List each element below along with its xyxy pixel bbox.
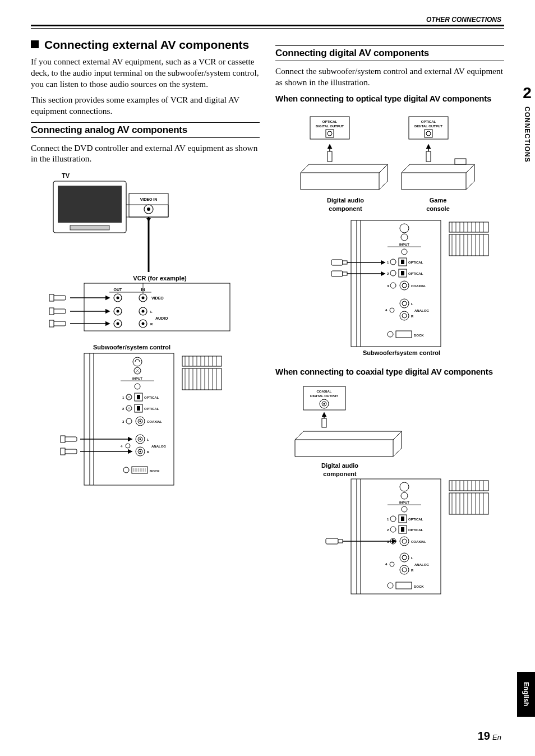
svg-point-98 [123,467,129,473]
svg-rect-95 [61,448,65,455]
svg-point-183 [402,314,407,318]
svg-rect-92 [64,437,77,441]
label-vcr: VCR (for example) [133,275,187,282]
page-number: 19 En [478,730,501,743]
svg-point-253 [390,562,394,566]
heading-main: Connecting external AV components [44,38,249,52]
label-subwoofer: Subwoofer/system control [363,349,440,356]
svg-text:OPTICAL: OPTICAL [408,272,423,275]
rule-heavy [31,25,504,26]
svg-text:Digital audio: Digital audio [321,462,358,469]
svg-point-180 [402,301,407,306]
svg-text:OPTICAL: OPTICAL [408,518,423,521]
svg-text:L: L [147,438,149,441]
svg-rect-26 [53,321,66,326]
svg-rect-245 [401,527,404,532]
svg-rect-24 [53,309,66,314]
svg-rect-119 [328,151,332,162]
svg-rect-27 [49,320,54,327]
svg-text:INPUT: INPUT [399,243,409,246]
svg-point-55 [133,357,142,366]
svg-rect-2 [70,225,109,230]
svg-rect-125 [455,159,466,164]
svg-point-238 [390,516,396,522]
svg-text:DIGITAL OUTPUT: DIGITAL OUTPUT [316,125,344,128]
svg-text:COAXIAL: COAXIAL [317,390,332,393]
label-l: L [150,310,153,314]
svg-point-255 [402,555,407,560]
svg-marker-7 [146,218,151,222]
svg-rect-45 [182,368,222,390]
svg-point-250 [402,539,407,543]
svg-rect-187 [396,331,412,338]
svg-text:COAXIAL: COAXIAL [411,540,426,543]
svg-rect-165 [401,260,404,264]
svg-text:OPTICAL: OPTICAL [421,120,436,123]
svg-point-261 [388,583,393,588]
label-out: OUT [114,288,123,292]
svg-point-19 [117,322,119,325]
right-column: Connecting digital AV components Connect… [275,34,504,606]
svg-rect-93 [61,436,65,442]
svg-point-21 [142,322,145,325]
heading-sub2: When connecting to coaxial type digital … [275,367,504,377]
svg-text:component: component [323,471,357,477]
svg-point-89 [140,451,141,453]
svg-rect-94 [64,449,77,454]
svg-point-258 [402,568,407,572]
svg-text:ANALOG: ANALOG [414,563,429,566]
svg-point-173 [390,283,396,288]
svg-rect-189 [331,260,343,265]
svg-point-85 [140,439,141,440]
svg-point-175 [402,283,407,288]
svg-point-117 [328,131,332,136]
svg-text:INPUT: INPUT [399,501,409,504]
svg-point-236 [402,506,407,512]
svg-text:R: R [411,569,414,572]
svg-text:L: L [411,302,413,306]
svg-text:ANALOG: ANALOG [414,309,429,312]
svg-point-178 [390,308,394,312]
label-video-in: VIDEO IN [140,197,158,201]
svg-rect-147 [449,234,488,256]
svg-marker-109 [301,164,388,190]
running-header: OTHER CONNECTIONS [426,16,501,24]
svg-marker-121 [402,164,474,190]
svg-text:ANALOG: ANALOG [151,445,166,448]
svg-point-76 [126,418,132,424]
svg-text:DIGITAL OUTPUT: DIGITAL OUTPUT [310,394,338,398]
svg-text:COAXIAL: COAXIAL [147,420,162,423]
svg-rect-265 [338,540,343,543]
svg-point-243 [390,527,396,532]
svg-point-204 [324,403,325,405]
svg-point-158 [401,234,408,241]
svg-rect-25 [49,308,54,315]
svg-point-60 [135,384,140,389]
label-input: INPUT [132,377,142,380]
svg-rect-137 [449,222,488,232]
svg-text:DOCK: DOCK [414,585,424,588]
chapter-number: 2 [519,84,535,102]
label-r: R [150,322,153,326]
svg-point-15 [117,310,119,313]
paragraph: Connect the DVD controller and external … [31,142,260,165]
svg-rect-240 [401,517,404,521]
svg-text:DOCK: DOCK [150,469,160,473]
svg-rect-262 [396,582,412,589]
diagram-optical: OPTICAL DIGITAL OUTPUT Digital audio com… [275,111,504,360]
heading-sub: Connecting digital AV components [275,45,504,61]
svg-rect-22 [53,296,66,300]
svg-rect-222 [449,493,488,514]
svg-text:OPTICAL: OPTICAL [408,528,423,532]
svg-text:R: R [147,450,150,454]
svg-rect-132 [426,151,431,162]
svg-rect-264 [326,538,338,544]
svg-marker-195 [295,431,402,457]
svg-text:R: R [411,315,414,318]
svg-point-79 [140,421,141,422]
label-subwoofer: Subwoofer/system control [93,344,170,351]
paragraph: This section provides some examples of V… [31,94,260,117]
svg-point-233 [401,492,408,499]
label-video: VIDEO [151,296,164,300]
svg-rect-1 [58,186,122,223]
